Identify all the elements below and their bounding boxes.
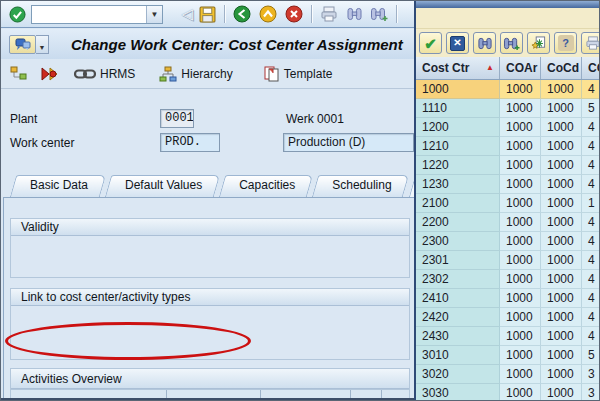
grid-cell[interactable]: 1000 <box>541 99 582 118</box>
grid-cell[interactable]: 3020 <box>416 365 500 384</box>
grid-cell[interactable]: 4 <box>582 270 600 289</box>
grid-cell[interactable]: 1 <box>582 194 600 213</box>
grid-cell[interactable]: 3 <box>582 384 600 401</box>
grid-cell[interactable]: 1000 <box>541 232 582 251</box>
grid-cell[interactable]: 1000 <box>541 156 582 175</box>
grid-cell[interactable]: 4 <box>582 156 600 175</box>
grid-cell[interactable]: 4 <box>582 137 600 156</box>
column-header-cost-ctr[interactable]: Cost Ctr▲ <box>416 57 500 79</box>
cost-center-row-2100[interactable]: 2100100010001 <box>416 194 600 213</box>
popup-find-next-button[interactable] <box>500 32 523 54</box>
assignment-button[interactable] <box>40 66 60 82</box>
cost-center-row-1110[interactable]: 1110100010005 <box>416 99 600 118</box>
grid-cell[interactable]: 1000 <box>500 80 541 99</box>
tab-scheduling[interactable]: Scheduling <box>315 175 406 197</box>
tab-basic-data[interactable]: Basic Data <box>13 175 103 197</box>
grid-cell[interactable]: 1000 <box>500 175 541 194</box>
grid-cell[interactable]: 3030 <box>416 384 500 401</box>
grid-cell[interactable]: 1230 <box>416 175 500 194</box>
popup-new-selection-button[interactable] <box>527 32 550 54</box>
cost-center-row-3030[interactable]: 3030100010003 <box>416 384 600 401</box>
grid-cell[interactable]: 1000 <box>541 137 582 156</box>
work-center-description-field[interactable]: Production (D) <box>283 133 414 152</box>
grid-cell[interactable]: 1110 <box>416 99 500 118</box>
column-header-coar[interactable]: COAr <box>500 57 541 79</box>
cost-center-row-2410[interactable]: 2410100010004 <box>416 289 600 308</box>
cancel-button[interactable] <box>284 4 304 24</box>
grid-cell[interactable]: 1000 <box>541 365 582 384</box>
cost-center-row-2430[interactable]: 2430100010004 <box>416 327 600 346</box>
grid-cell[interactable]: 1000 <box>500 251 541 270</box>
cost-center-row-1200[interactable]: 1200100010004 <box>416 118 600 137</box>
find-button[interactable] <box>344 4 364 24</box>
grid-cell[interactable]: 1200 <box>416 118 500 137</box>
grid-cell[interactable]: 1000 <box>541 118 582 137</box>
cost-center-row-2200[interactable]: 2200100010004 <box>416 213 600 232</box>
popup-find-button[interactable] <box>473 32 496 54</box>
grid-cell[interactable]: 1000 <box>541 251 582 270</box>
grid-cell[interactable]: 2100 <box>416 194 500 213</box>
grid-cell[interactable]: 1000 <box>541 384 582 401</box>
plant-field[interactable]: 0001 <box>160 109 194 128</box>
grid-cell[interactable]: 1000 <box>500 232 541 251</box>
save-button[interactable] <box>197 4 217 24</box>
column-header-cocd[interactable]: CoCd <box>541 57 582 79</box>
grid-cell[interactable]: 1000 <box>500 118 541 137</box>
grid-cell[interactable]: 1000 <box>500 137 541 156</box>
grid-cell[interactable]: 1000 <box>500 327 541 346</box>
popup-confirm-button[interactable]: ✔ <box>419 32 442 54</box>
grid-cell[interactable]: 5 <box>582 99 600 118</box>
popup-close-button[interactable]: ✕ <box>446 32 469 54</box>
grid-cell[interactable]: 1000 <box>500 365 541 384</box>
grid-cell[interactable]: 2301 <box>416 251 500 270</box>
work-center-field[interactable]: PROD. <box>160 133 220 152</box>
cost-center-row-3010[interactable]: 3010100010005 <box>416 346 600 365</box>
print-button[interactable] <box>319 4 339 24</box>
enter-button[interactable] <box>7 4 27 24</box>
grid-cell[interactable]: 1000 <box>500 213 541 232</box>
grid-cell[interactable]: 3010 <box>416 346 500 365</box>
grid-cell[interactable]: 1000 <box>500 99 541 118</box>
grid-cell[interactable]: 4 <box>582 327 600 346</box>
cost-center-row-2302[interactable]: 2302100010004 <box>416 270 600 289</box>
grid-cell[interactable]: 2430 <box>416 327 500 346</box>
grid-cell[interactable]: 2302 <box>416 270 500 289</box>
grid-cell[interactable]: 1000 <box>500 384 541 401</box>
back-button[interactable] <box>232 4 252 24</box>
popup-print-button[interactable] <box>581 32 600 54</box>
grid-cell[interactable]: 1000 <box>541 308 582 327</box>
grid-cell[interactable]: 1000 <box>541 327 582 346</box>
grid-cell[interactable]: 1000 <box>541 270 582 289</box>
tab-default-values[interactable]: Default Values <box>108 175 217 197</box>
cost-center-row-2300[interactable]: 2300100010004 <box>416 232 600 251</box>
cost-center-row-2420[interactable]: 2420100010004 <box>416 308 600 327</box>
grid-cell[interactable]: 4 <box>582 232 600 251</box>
hierarchy-button[interactable]: Hierarchy <box>159 66 232 82</box>
grid-cell[interactable]: 1000 <box>416 80 500 99</box>
grid-cell[interactable]: 1000 <box>500 289 541 308</box>
cost-center-row-1000[interactable]: 1000100010004 <box>416 80 600 99</box>
find-next-button[interactable] <box>369 4 389 24</box>
cost-center-row-2301[interactable]: 2301100010004 <box>416 251 600 270</box>
gui-options-button[interactable] <box>9 35 36 54</box>
grid-cell[interactable]: 2200 <box>416 213 500 232</box>
grid-cell[interactable]: 4 <box>582 175 600 194</box>
grid-cell[interactable]: 4 <box>582 308 600 327</box>
cost-center-row-1210[interactable]: 1210100010004 <box>416 137 600 156</box>
grid-cell[interactable]: 1220 <box>416 156 500 175</box>
cost-center-row-1220[interactable]: 1220100010004 <box>416 156 600 175</box>
grid-cell[interactable]: 1000 <box>500 346 541 365</box>
grid-cell[interactable]: 2300 <box>416 232 500 251</box>
gui-options-dropdown-icon[interactable]: ▼ <box>36 35 49 54</box>
grid-cell[interactable]: 4 <box>582 80 600 99</box>
cost-center-row-1230[interactable]: 1230100010004 <box>416 175 600 194</box>
grid-cell[interactable]: 3 <box>582 365 600 384</box>
grid-cell[interactable]: 1000 <box>500 194 541 213</box>
exit-button[interactable] <box>258 4 278 24</box>
popup-title-bar[interactable] <box>416 1 600 8</box>
command-dropdown-icon[interactable]: ▼ <box>146 6 162 23</box>
grid-cell[interactable]: 4 <box>582 118 600 137</box>
grid-cell[interactable]: 5 <box>582 346 600 365</box>
other-work-center-button[interactable] <box>9 65 28 82</box>
grid-cell[interactable]: 1000 <box>500 308 541 327</box>
